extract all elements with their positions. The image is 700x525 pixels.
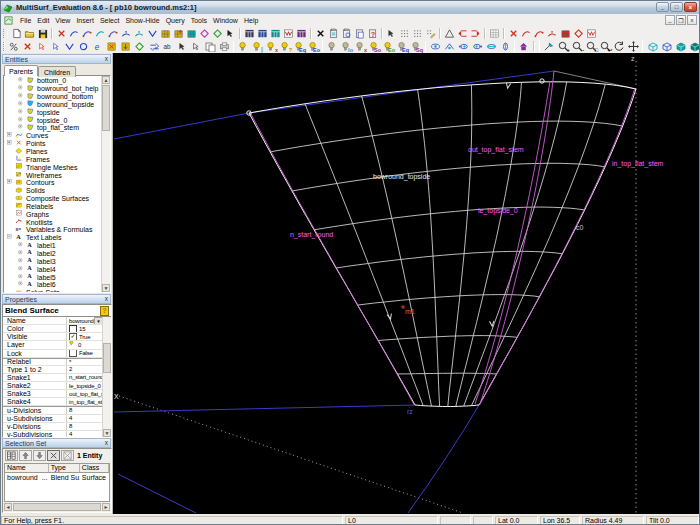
tree-item-planes[interactable]: Planes xyxy=(4,148,102,156)
parents-toggle-icon[interactable] xyxy=(18,85,25,92)
scroll-down-icon[interactable]: ▼ xyxy=(102,284,110,292)
new-file-icon[interactable] xyxy=(10,28,23,40)
tree-item-frames[interactable]: Frames xyxy=(4,155,102,163)
insert-arc-icon[interactable] xyxy=(81,28,94,40)
parents-toggle-icon[interactable] xyxy=(18,274,25,281)
tree-item-topside-0[interactable]: topside_0 xyxy=(4,116,102,124)
hide-all-icon[interactable] xyxy=(325,41,339,53)
ring-tool-icon[interactable] xyxy=(77,41,91,53)
show-sel-icon[interactable]: ║ xyxy=(250,41,264,53)
view-v-icon[interactable] xyxy=(498,41,512,53)
insert-ruled-surf-icon[interactable] xyxy=(159,28,172,40)
view-top-icon[interactable] xyxy=(442,41,456,53)
pan-view-icon[interactable] xyxy=(626,41,640,53)
tree-item-label2[interactable]: Alabel2 xyxy=(4,250,102,258)
offset1-icon[interactable] xyxy=(456,28,469,40)
rename-icon[interactable]: ab xyxy=(161,41,175,53)
menu-view[interactable]: View xyxy=(52,14,73,27)
properties-scrollbar[interactable]: ▼ xyxy=(102,317,111,437)
menu-select[interactable]: Select xyxy=(97,14,122,27)
entities-tree-scrollbar[interactable]: ▲ ▼ xyxy=(101,76,110,292)
edit-point-icon[interactable] xyxy=(507,28,520,40)
property-row-color[interactable]: Color15 xyxy=(3,325,103,333)
parents-toggle-icon[interactable] xyxy=(18,93,25,100)
save-icon[interactable] xyxy=(36,28,49,40)
hide-so-icon[interactable]: So xyxy=(367,41,381,53)
ptr-up-icon[interactable] xyxy=(175,41,189,53)
hide-sel-icon[interactable]: x xyxy=(264,41,278,53)
tree-item-wireframes[interactable]: Wireframes xyxy=(4,171,102,179)
scale-tool-icon[interactable] xyxy=(7,41,21,53)
print-icon[interactable] xyxy=(217,41,231,53)
insert-ccurve-icon[interactable] xyxy=(107,28,120,40)
parents-toggle-icon[interactable] xyxy=(18,117,25,124)
scroll-left-icon[interactable]: ◄ xyxy=(4,503,12,511)
tree-item-contours[interactable]: Contours xyxy=(4,179,102,187)
edit-plane-icon[interactable] xyxy=(572,28,585,40)
open-file-icon[interactable] xyxy=(23,28,36,40)
property-row-snake4[interactable]: Snake4in_top_flat_stem xyxy=(3,398,103,406)
property-row-snake2[interactable]: Snake2le_topside_0 xyxy=(3,382,103,390)
insert-frame-icon[interactable] xyxy=(211,28,224,40)
entities-window-icon[interactable] xyxy=(243,28,256,40)
clone-icon[interactable] xyxy=(353,28,366,40)
grid-snap-icon[interactable] xyxy=(398,28,411,40)
hide-sq-icon[interactable]: Sq xyxy=(409,41,423,53)
clear-set-icon[interactable] xyxy=(61,450,74,461)
zoom-window-icon[interactable]: □ xyxy=(584,41,598,53)
tree-item-label6[interactable]: Alabel6 xyxy=(4,281,102,289)
hide-eq-icon[interactable]: Eq xyxy=(395,41,409,53)
mdi-minimize-button[interactable]: _ xyxy=(665,15,675,25)
tree-item-label1[interactable]: Alabel1 xyxy=(4,242,102,250)
insert-foil-icon[interactable] xyxy=(120,28,133,40)
hide-x-icon[interactable]: x xyxy=(353,41,367,53)
scroll-right-icon[interactable]: ► xyxy=(102,503,110,511)
checkbox-unchecked-icon[interactable] xyxy=(69,350,77,357)
toolbar-grip[interactable] xyxy=(3,29,8,38)
menu-window[interactable]: Window xyxy=(210,14,241,27)
menu-file[interactable]: File xyxy=(17,14,34,27)
close-button[interactable]: x xyxy=(684,2,697,12)
shaded-view-icon[interactable] xyxy=(673,41,687,53)
property-row-type-1-to-2[interactable]: Type 1 to 22 xyxy=(3,366,103,374)
parents-toggle-icon[interactable] xyxy=(18,77,25,84)
vee-tool-icon[interactable] xyxy=(63,41,77,53)
properties-close-icon[interactable]: x xyxy=(105,296,108,302)
insert-blend-surf-icon[interactable] xyxy=(172,28,185,40)
text-window-icon[interactable] xyxy=(295,28,308,40)
drag-entity-icon[interactable] xyxy=(49,41,63,53)
selection-hscrollbar[interactable]: ◄ ► xyxy=(4,503,110,511)
parents-toggle-icon[interactable] xyxy=(18,258,25,265)
tree-item-label4[interactable]: Alabel4 xyxy=(4,265,102,273)
tree-item-bowround-topside[interactable]: bowround_topside xyxy=(4,101,102,109)
property-row-lock[interactable]: LockFalse xyxy=(3,350,103,358)
edit-arc-icon[interactable] xyxy=(546,28,559,40)
parents-toggle-icon[interactable] xyxy=(18,101,25,108)
tree-item-variables-formulas[interactable]: x=Variables & Formulas xyxy=(4,226,102,234)
expand-icon[interactable] xyxy=(7,132,14,139)
property-row-v-subdivisions[interactable]: v-Subdivisions4 xyxy=(3,431,103,438)
edit-line-icon[interactable] xyxy=(520,28,533,40)
del-entity-icon[interactable] xyxy=(105,41,119,53)
edit-frame-icon[interactable] xyxy=(585,28,598,40)
edit-curve-icon[interactable] xyxy=(533,28,546,40)
paste-icon[interactable] xyxy=(340,28,353,40)
menu-tools[interactable]: Tools xyxy=(188,14,210,27)
ptr-slant-icon[interactable] xyxy=(189,41,203,53)
insert-point-icon[interactable] xyxy=(55,28,68,40)
measure-icon[interactable] xyxy=(443,28,456,40)
view-right-icon[interactable] xyxy=(470,41,484,53)
property-row-name[interactable]: Namebowround_topside▾ xyxy=(3,317,103,325)
edit-surf-icon[interactable] xyxy=(559,28,572,40)
table-icon[interactable] xyxy=(488,28,501,40)
insert-snake-icon[interactable] xyxy=(146,28,159,40)
tab-parents[interactable]: Parents xyxy=(4,65,38,76)
mdi-restore-button[interactable]: ❐ xyxy=(676,15,686,25)
mdi-close-button[interactable]: x xyxy=(687,15,697,25)
drag-point-icon[interactable] xyxy=(35,41,49,53)
tree-item-label3[interactable]: Alabel3 xyxy=(4,257,102,265)
edit-defn-icon[interactable]: ? xyxy=(366,28,379,40)
maximize-button[interactable]: □ xyxy=(670,2,683,12)
menu-insert[interactable]: Insert xyxy=(73,14,97,27)
move-down-icon[interactable] xyxy=(33,450,46,461)
